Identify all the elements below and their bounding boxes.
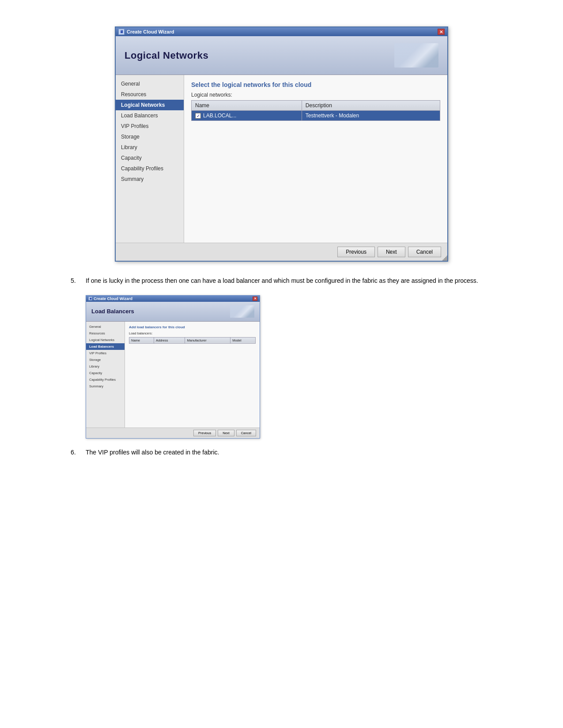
small-nav-vip-profiles[interactable]: VIP Profiles — [86, 350, 125, 356]
large-wizard-content: Select the logical networks for this clo… — [184, 75, 447, 243]
col-name: Name — [192, 101, 302, 111]
small-col-address: Address — [154, 337, 185, 343]
small-app-icon: 🖥 — [88, 296, 92, 300]
small-nav-storage[interactable]: Storage — [86, 356, 125, 363]
large-wizard-titlebar: 🖥 Create Cloud Wizard ✕ — [116, 27, 447, 36]
row-description: Testnettverk - Modalen — [302, 111, 440, 121]
resize-grip[interactable] — [442, 255, 447, 261]
cancel-button[interactable]: Cancel — [408, 247, 441, 257]
small-wizard-dialog: 🖥 Create Cloud Wizard ✕ Load Balancers G… — [86, 295, 260, 439]
small-wizard-header-graphic — [230, 305, 254, 318]
small-wizard-header: Load Balancers — [86, 302, 260, 322]
table-row[interactable]: ✓ LAB.LOCAL... Testnettverk - Modalen — [192, 111, 440, 121]
doc-list: 5. If one is lucky in the process then o… — [71, 276, 492, 286]
row-name: LAB.LOCAL... — [203, 113, 236, 119]
nav-item-capacity[interactable]: Capacity — [116, 153, 184, 163]
large-wizard-body: General Resources Logical Networks Load … — [116, 75, 447, 243]
large-content-title: Select the logical networks for this clo… — [191, 81, 440, 88]
nav-item-resources[interactable]: Resources — [116, 89, 184, 100]
small-nav-general[interactable]: General — [86, 323, 125, 330]
small-nav-logical-networks[interactable]: Logical Networks — [86, 337, 125, 343]
small-col-model: Model — [230, 337, 256, 343]
checkbox-cell: ✓ LAB.LOCAL... — [195, 113, 298, 119]
small-nav-load-balancers[interactable]: Load Balancers — [86, 343, 125, 350]
small-col-manufacturer: Manufacturer — [185, 337, 230, 343]
small-previous-button[interactable]: Previous — [193, 430, 216, 436]
nav-item-general[interactable]: General — [116, 79, 184, 89]
small-nav-capability-profiles[interactable]: Capability Profiles — [86, 376, 125, 383]
large-wizard-footer: Previous Next Cancel — [116, 243, 447, 261]
small-titlebar-left: 🖥 Create Cloud Wizard — [88, 296, 132, 301]
wizard-app-icon: 🖥 — [118, 29, 125, 35]
titlebar-left: 🖥 Create Cloud Wizard — [118, 29, 174, 35]
small-wizard-header-title: Load Balancers — [91, 308, 134, 315]
nav-item-storage[interactable]: Storage — [116, 131, 184, 142]
small-nav-capacity[interactable]: Capacity — [86, 370, 125, 376]
small-content-title: Add load balancers for this cloud — [129, 325, 256, 329]
small-wizard-footer: Previous Next Cancel — [86, 428, 260, 438]
small-col-name: Name — [129, 337, 154, 343]
row-name-cell: ✓ LAB.LOCAL... — [192, 111, 302, 121]
list-text-6: The VIP profiles will also be created in… — [86, 447, 492, 458]
nav-item-load-balancers[interactable]: Load Balancers — [116, 110, 184, 121]
large-wizard-header: Logical Networks — [116, 36, 447, 75]
small-nav-summary[interactable]: Summary — [86, 383, 125, 390]
small-nav-resources[interactable]: Resources — [86, 330, 125, 337]
small-wizard-title: Create Cloud Wizard — [94, 296, 132, 301]
previous-button[interactable]: Previous — [337, 247, 375, 257]
nav-item-capability-profiles[interactable]: Capability Profiles — [116, 163, 184, 174]
col-description: Description — [302, 101, 440, 111]
nav-item-logical-networks[interactable]: Logical Networks — [116, 100, 184, 110]
large-wizard-dialog: 🖥 Create Cloud Wizard ✕ Logical Networks… — [115, 26, 448, 262]
small-wizard-content: Add load balancers for this cloud Load b… — [125, 322, 260, 428]
large-wizard-close-button[interactable]: ✕ — [438, 29, 445, 35]
small-cancel-button[interactable]: Cancel — [236, 430, 256, 436]
list-num-6: 6. — [71, 447, 80, 458]
nav-item-summary[interactable]: Summary — [116, 174, 184, 184]
large-wizard-title: Create Cloud Wizard — [127, 29, 174, 34]
list-num-5: 5. — [71, 276, 80, 286]
large-content-label: Logical networks: — [191, 92, 440, 98]
list-item-5: 5. If one is lucky in the process then o… — [71, 276, 492, 286]
small-content-label: Load balancers: — [129, 331, 256, 335]
nav-item-library[interactable]: Library — [116, 142, 184, 153]
small-next-button[interactable]: Next — [218, 430, 234, 436]
wizard-header-graphic — [394, 43, 438, 68]
load-balancers-table: Name Address Manufacturer Model — [129, 337, 256, 344]
large-wizard-nav: General Resources Logical Networks Load … — [116, 75, 184, 243]
large-wizard-header-title: Logical Networks — [125, 50, 208, 61]
small-wizard-titlebar: 🖥 Create Cloud Wizard ✕ — [86, 296, 260, 302]
small-wizard-body: General Resources Logical Networks Load … — [86, 322, 260, 428]
small-nav-library[interactable]: Library — [86, 363, 125, 370]
next-button[interactable]: Next — [378, 247, 405, 257]
list-item-6: 6. The VIP profiles will also be created… — [71, 447, 492, 458]
small-wizard-nav: General Resources Logical Networks Load … — [86, 322, 125, 428]
list-text-5: If one is lucky in the process then one … — [86, 276, 492, 286]
row-checkbox[interactable]: ✓ — [195, 113, 201, 119]
nav-item-vip-profiles[interactable]: VIP Profiles — [116, 121, 184, 131]
logical-networks-table: Name Description ✓ LAB.LOCAL... Testnett… — [191, 100, 440, 121]
doc-list-2: 6. The VIP profiles will also be created… — [71, 447, 492, 458]
small-wizard-close-button[interactable]: ✕ — [253, 296, 257, 301]
